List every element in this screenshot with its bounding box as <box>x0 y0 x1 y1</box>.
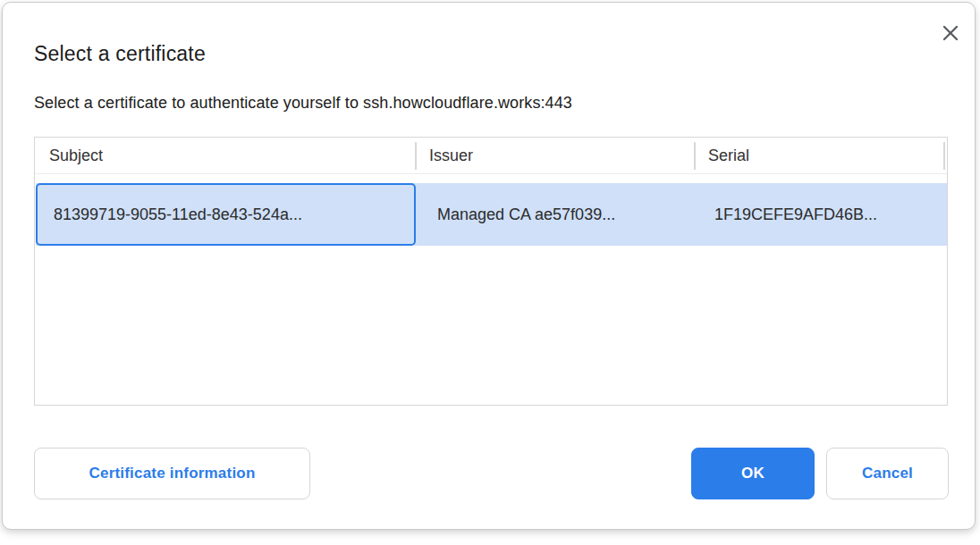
column-header-subject[interactable]: Subject <box>35 138 415 173</box>
close-button[interactable] <box>934 17 967 49</box>
certificate-row-selected[interactable]: 81399719-9055-11ed-8e43-524a... Managed … <box>36 183 947 246</box>
column-divider <box>943 142 945 170</box>
certificate-select-dialog: Select a certificate Select a certificat… <box>2 2 976 530</box>
dialog-title: Select a certificate <box>34 42 206 66</box>
ok-button[interactable]: OK <box>691 448 815 499</box>
cell-serial[interactable]: 1F19CEFE9AFD46B... <box>695 183 947 246</box>
column-divider <box>415 142 417 170</box>
table-header: Subject Issuer Serial <box>35 138 947 174</box>
column-header-issuer[interactable]: Issuer <box>415 138 694 173</box>
close-icon <box>941 23 960 43</box>
cancel-button[interactable]: Cancel <box>826 448 949 499</box>
column-divider <box>694 142 696 170</box>
certificate-information-button[interactable]: Certificate information <box>34 448 310 499</box>
certificate-table: Subject Issuer Serial 81399719-9055-11ed… <box>34 137 948 406</box>
dialog-subtitle: Select a certificate to authenticate you… <box>34 94 572 113</box>
cell-subject[interactable]: 81399719-9055-11ed-8e43-524a... <box>36 183 416 246</box>
cell-issuer[interactable]: Managed CA ae57f039... <box>416 183 695 246</box>
column-header-serial[interactable]: Serial <box>694 138 909 173</box>
